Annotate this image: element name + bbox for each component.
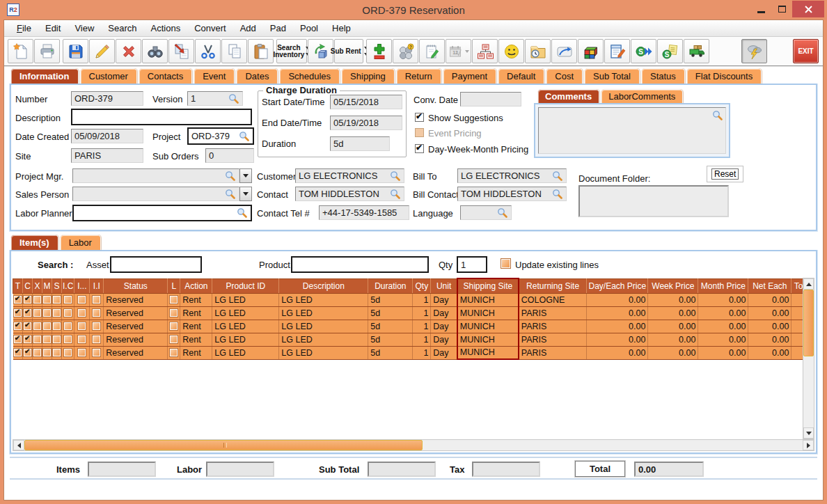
menu-pool[interactable]: Pool — [293, 21, 325, 36]
tab-customer[interactable]: Customer — [80, 68, 137, 84]
tab-sub-total[interactable]: Sub Total — [584, 68, 640, 84]
column-header-status[interactable]: Status — [104, 278, 168, 293]
row-checkbox-l[interactable] — [170, 322, 178, 330]
table-row[interactable]: ReservedRentLG LEDLG LED5d1DayMUNICHPARI… — [13, 333, 808, 346]
row-checkbox-l[interactable] — [170, 349, 178, 356]
cell-day-each-price[interactable]: 0.00 — [587, 346, 648, 359]
row-checkbox-i2[interactable] — [78, 309, 86, 317]
cell-check-t[interactable] — [13, 320, 23, 333]
row-checkbox-ii[interactable] — [93, 349, 100, 356]
row-checkbox-t[interactable] — [14, 349, 22, 356]
search-icon[interactable] — [552, 189, 563, 200]
column-header-week-price[interactable]: Week Price — [648, 278, 698, 293]
row-checkbox-t[interactable] — [14, 336, 22, 343]
cell-status[interactable]: Reserved — [104, 293, 168, 306]
edit-button[interactable] — [89, 39, 115, 63]
dwm-pricing-checkbox[interactable] — [415, 144, 424, 153]
status-forward-button[interactable]: S — [631, 39, 656, 63]
cell-returning-site[interactable]: PARIS — [519, 306, 587, 320]
scroll-up-button[interactable] — [803, 278, 814, 290]
row-checkbox-c[interactable] — [24, 322, 31, 330]
row-checkbox-x[interactable] — [33, 322, 41, 330]
row-checkbox-l[interactable] — [170, 336, 178, 343]
cell-duration[interactable]: 5d — [368, 306, 413, 320]
paste-button[interactable] — [248, 39, 274, 63]
cell-day-each-price[interactable]: 0.00 — [587, 293, 648, 306]
row-checkbox-c[interactable] — [24, 309, 31, 317]
cell-returning-site[interactable]: PARIS — [519, 320, 587, 333]
column-header-l[interactable]: L — [168, 278, 180, 293]
transfer-button[interactable] — [168, 39, 194, 63]
tab-cost[interactable]: Cost — [546, 68, 583, 84]
cell-unit[interactable]: Day — [431, 320, 457, 333]
column-header-t[interactable]: T — [13, 278, 23, 293]
project-mgr-dropdown-button[interactable] — [239, 168, 252, 183]
cell-net-each[interactable]: 0.00 — [748, 333, 791, 346]
reset-button[interactable]: Reset — [711, 168, 739, 180]
cell-check-m[interactable] — [42, 333, 52, 346]
cell-shipping-site[interactable]: MUNICH — [457, 346, 519, 359]
vertical-scrollbar[interactable] — [803, 278, 814, 439]
cell-returning-site[interactable]: PARIS — [519, 346, 587, 359]
cell-returning-site[interactable]: PARIS — [519, 333, 587, 346]
cell-action[interactable]: Rent — [180, 306, 212, 320]
cell-description[interactable]: LG LED — [279, 333, 368, 346]
cell-check-m[interactable] — [42, 293, 52, 306]
cell-net-each[interactable]: 0.00 — [748, 306, 791, 320]
cell-duration[interactable]: 5d — [368, 333, 413, 346]
row-checkbox-m[interactable] — [43, 336, 51, 343]
shortcut-key-button[interactable] — [551, 39, 577, 63]
row-checkbox-x[interactable] — [33, 296, 41, 304]
cell-duration[interactable]: 5d — [368, 293, 413, 306]
cell-check-i2[interactable] — [74, 306, 90, 320]
cell-check-x[interactable] — [33, 293, 42, 306]
horizontal-scrollbar[interactable] — [13, 439, 814, 451]
cell-check-t[interactable] — [13, 293, 23, 306]
cell-product-id[interactable]: LG LED — [212, 293, 279, 306]
row-checkbox-t[interactable] — [14, 309, 22, 317]
minimize-button[interactable] — [750, 1, 771, 17]
row-checkbox-ic[interactable] — [64, 296, 72, 304]
cell-check-l[interactable] — [168, 306, 180, 320]
project-field[interactable]: ORD-379 — [187, 127, 254, 145]
cell-description[interactable]: LG LED — [279, 320, 368, 333]
cell-product-id[interactable]: LG LED — [212, 306, 279, 320]
cell-qty[interactable]: 1 — [413, 293, 431, 306]
scroll-left-button[interactable] — [13, 440, 24, 450]
tab-laborcomments[interactable]: LaborComments — [601, 89, 683, 103]
cell-status[interactable]: Reserved — [104, 306, 168, 320]
cell-check-t[interactable] — [13, 346, 23, 359]
cell-status[interactable]: Reserved — [104, 320, 168, 333]
column-header-i-i[interactable]: I.I — [90, 278, 104, 293]
cell-week-price[interactable]: 0.00 — [648, 293, 698, 306]
column-header-qty[interactable]: Qty — [413, 278, 431, 293]
cell-duration[interactable]: 5d — [368, 346, 413, 359]
tab-event[interactable]: Event — [194, 68, 235, 84]
cell-shipping-site[interactable]: MUNICH — [457, 333, 519, 346]
search-icon[interactable] — [228, 93, 239, 104]
cell-net-each[interactable]: 0.00 — [748, 320, 791, 333]
table-row[interactable]: ReservedRentLG LEDLG LED5d1DayMUNICHPARI… — [13, 320, 808, 333]
row-checkbox-s[interactable] — [53, 349, 61, 356]
row-checkbox-ic[interactable] — [64, 336, 72, 343]
column-header-i[interactable]: I... — [74, 278, 90, 293]
smiley-button[interactable] — [498, 39, 524, 63]
column-header-month-price[interactable]: Month Price — [698, 278, 748, 293]
row-checkbox-i2[interactable] — [78, 349, 86, 356]
cell-check-x[interactable] — [33, 346, 42, 359]
cell-check-i2[interactable] — [74, 293, 90, 306]
cell-qty[interactable]: 1 — [413, 306, 431, 320]
column-header-x[interactable]: X — [33, 278, 42, 293]
notes-button[interactable] — [419, 39, 445, 63]
cell-check-s[interactable] — [52, 346, 62, 359]
cell-description[interactable]: LG LED — [279, 293, 368, 306]
row-checkbox-m[interactable] — [43, 309, 51, 317]
sub-rent-button[interactable]: Sub Rent — [334, 39, 363, 63]
row-checkbox-c[interactable] — [24, 349, 31, 356]
cell-check-m[interactable] — [42, 306, 52, 320]
row-checkbox-c[interactable] — [24, 336, 31, 343]
row-checkbox-t[interactable] — [14, 322, 22, 330]
row-checkbox-ic[interactable] — [64, 322, 72, 330]
show-suggestions-checkbox[interactable] — [415, 113, 424, 122]
cell-shipping-site[interactable]: MUNICH — [457, 306, 519, 320]
